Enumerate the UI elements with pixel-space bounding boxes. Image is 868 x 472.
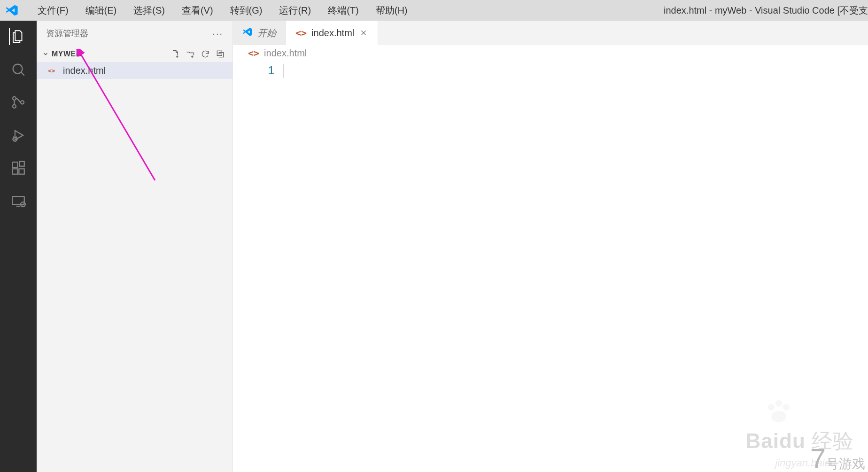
search-icon[interactable]: [10, 61, 27, 78]
tab-label: 开始: [257, 27, 276, 39]
code-editor[interactable]: 1: [233, 61, 868, 472]
breadcrumb[interactable]: <> index.html: [233, 45, 868, 61]
svg-point-0: [13, 64, 23, 74]
explorer-icon[interactable]: [9, 28, 27, 45]
svg-rect-9: [12, 196, 24, 204]
svg-point-2: [13, 105, 16, 108]
file-tree-item[interactable]: <> index.html: [37, 62, 232, 79]
menu-select[interactable]: 选择(S): [125, 4, 173, 17]
run-debug-icon[interactable]: [10, 127, 27, 144]
refresh-icon[interactable]: [201, 49, 210, 59]
tab-label: index.html: [311, 28, 354, 39]
activity-bar: [0, 21, 37, 472]
menu-help[interactable]: 帮助(H): [367, 4, 416, 17]
svg-rect-8: [20, 162, 24, 166]
code-line[interactable]: [283, 64, 868, 78]
new-folder-icon[interactable]: [186, 49, 195, 59]
menu-view[interactable]: 查看(V): [173, 4, 222, 17]
svg-rect-6: [12, 169, 17, 174]
breadcrumb-file: index.html: [264, 48, 307, 59]
close-icon[interactable]: [359, 28, 368, 38]
html-file-icon: <>: [48, 67, 58, 74]
extensions-icon[interactable]: [10, 160, 27, 177]
remote-icon[interactable]: [10, 193, 27, 209]
html-file-icon: <>: [295, 27, 307, 39]
new-file-icon[interactable]: [170, 49, 180, 59]
editor-area: 开始 <> index.html <> index.html 1 Baidu 经…: [233, 21, 868, 472]
vscode-logo-icon: [5, 3, 19, 17]
explorer-sidebar: 资源管理器 ··· MYWEB <> index.html: [37, 21, 233, 472]
collapse-all-icon[interactable]: [216, 49, 225, 59]
folder-section-header[interactable]: MYWEB: [37, 46, 232, 62]
menu-goto[interactable]: 转到(G): [222, 4, 271, 17]
source-control-icon[interactable]: [10, 94, 27, 111]
file-name: index.html: [63, 65, 106, 76]
line-number: 1: [233, 61, 283, 472]
menu-bar: 文件(F) 编辑(E) 选择(S) 查看(V) 转到(G) 运行(R) 终端(T…: [0, 0, 868, 21]
tab-welcome[interactable]: 开始: [233, 21, 286, 45]
svg-point-1: [13, 97, 16, 100]
menu-terminal[interactable]: 终端(T): [319, 4, 367, 17]
vscode-logo-icon: [242, 27, 253, 39]
svg-rect-5: [12, 162, 17, 167]
tab-index-html[interactable]: <> index.html: [286, 21, 378, 45]
menu-file[interactable]: 文件(F): [29, 4, 77, 17]
folder-name: MYWEB: [52, 50, 170, 58]
svg-point-3: [21, 101, 24, 104]
svg-rect-7: [19, 169, 24, 174]
html-file-icon: <>: [248, 47, 259, 59]
menu-edit[interactable]: 编辑(E): [77, 4, 125, 17]
tab-bar: 开始 <> index.html: [233, 21, 868, 45]
menu-run[interactable]: 运行(R): [271, 4, 319, 17]
window-title: index.html - myWeb - Visual Studio Code …: [664, 4, 868, 17]
chevron-down-icon: [41, 50, 50, 58]
explorer-title: 资源管理器: [46, 28, 88, 39]
more-actions-icon[interactable]: ···: [212, 28, 223, 39]
